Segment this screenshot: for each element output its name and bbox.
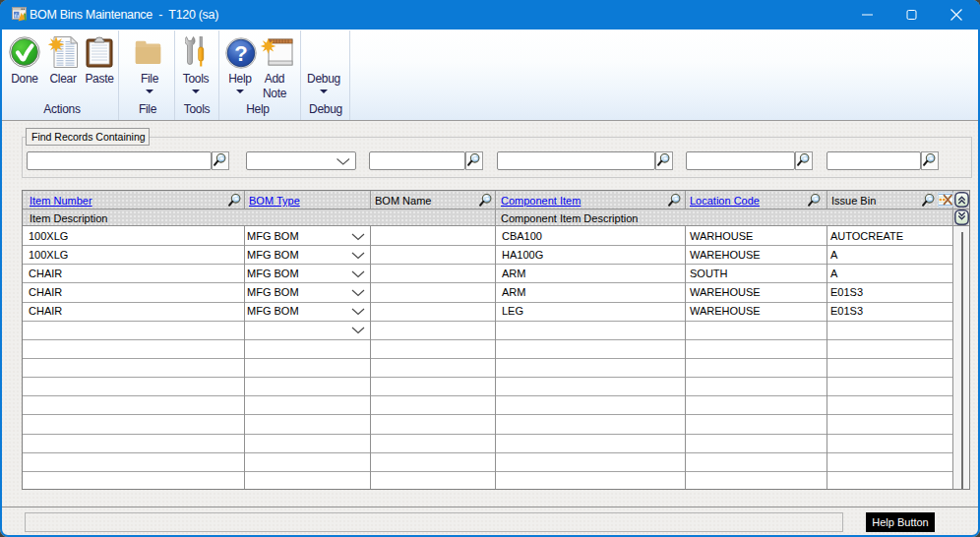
svg-text:?: ? <box>234 41 247 66</box>
